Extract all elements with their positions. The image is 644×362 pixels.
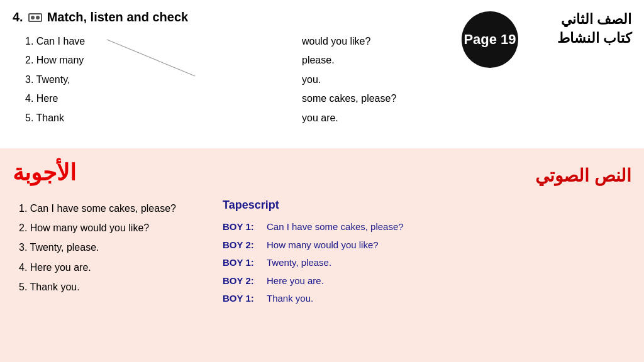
list-item: 5. Thank you.	[19, 277, 195, 297]
list-item: 1. Can I have some cakes, please?	[19, 199, 195, 218]
arabic-line1: الصف الثاني	[557, 11, 631, 28]
list-item: please.	[302, 51, 396, 70]
bottom-content: 1. Can I have some cakes, please? 2. How…	[13, 195, 631, 353]
page-badge: Page 19	[462, 11, 518, 68]
tape-line: BOY 1: Thank you.	[223, 290, 623, 308]
tape-speaker: BOY 1:	[223, 254, 267, 272]
tape-text: Here you are.	[267, 272, 623, 290]
list-item: 4. Here	[25, 89, 126, 108]
tape-speaker: BOY 1:	[223, 218, 267, 236]
tape-text: How many would you like?	[267, 236, 623, 255]
list-item: 2. How many would you like?	[19, 218, 195, 238]
list-item: 3. Twenty,	[25, 70, 126, 89]
tape-icon	[28, 13, 42, 22]
bottom-labels: الأجوبة النص الصوتي	[13, 160, 631, 186]
tape-line: BOY 2: Here you are.	[223, 272, 623, 290]
tape-speaker: BOY 2:	[223, 272, 267, 290]
tape-text: Can I have some cakes, please?	[267, 218, 623, 236]
tape-speaker: BOY 1:	[223, 290, 267, 308]
arabic-line2: كتاب النشاط	[557, 30, 631, 47]
arabic-title: الصف الثاني كتاب النشاط	[557, 11, 631, 47]
tape-text: Twenty, please.	[267, 254, 623, 272]
list-item: you are.	[302, 109, 396, 128]
tape-line: BOY 1: Twenty, please.	[223, 254, 623, 272]
exercise-title-text: Match, listen and check	[47, 10, 189, 25]
tape-text: Thank you.	[267, 290, 623, 308]
tape-line: BOY 2: How many would you like?	[223, 236, 623, 255]
exercise-title: 4. Match, listen and check	[13, 10, 631, 25]
label-ajwiba: الأجوبة	[13, 160, 76, 186]
list-item: 5. Thank	[25, 109, 126, 128]
list-item: you.	[302, 70, 396, 89]
exercise-number: 4.	[13, 10, 23, 25]
match-area: 1. Can I have 2. How many 3. Twenty, 4. …	[25, 32, 631, 128]
tapescript-box: Tapescript BOY 1: Can I have some cakes,…	[214, 195, 631, 353]
tape-speaker: BOY 2:	[223, 236, 267, 255]
right-column: would you like? please. you. some cakes,…	[302, 32, 396, 128]
answers-box: 1. Can I have some cakes, please? 2. How…	[13, 195, 201, 353]
list-item: 4. Here you are.	[19, 258, 195, 277]
tapescript-title: Tapescript	[223, 199, 623, 212]
left-column: 1. Can I have 2. How many 3. Twenty, 4. …	[25, 32, 126, 128]
top-section: 4. Match, listen and check 1. Can I have…	[0, 0, 644, 145]
tape-line: BOY 1: Can I have some cakes, please?	[223, 218, 623, 236]
list-item: 3. Twenty, please.	[19, 238, 195, 257]
list-item: would you like?	[302, 32, 396, 51]
list-item: 2. How many	[25, 51, 126, 70]
list-item: 1. Can I have	[25, 32, 126, 51]
bottom-section: الأجوبة النص الصوتي 1. Can I have some c…	[0, 148, 644, 362]
list-item: some cakes, please?	[302, 89, 396, 108]
label-nass: النص الصوتي	[535, 165, 631, 186]
